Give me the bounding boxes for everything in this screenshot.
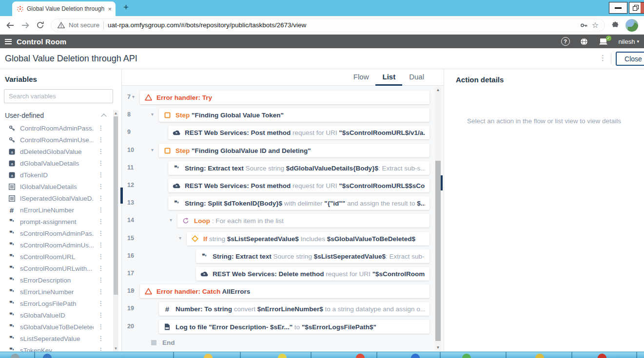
tab-list[interactable]: List [375, 69, 402, 86]
variable-menu-icon[interactable]: ⋮ [98, 277, 104, 283]
url-text[interactable]: uat-rpa.omfysgroup.com/#/bots/repository… [108, 21, 576, 29]
variable-item[interactable]: #nErrorLineNumber⋮ [0, 204, 121, 216]
variable-item[interactable]: adDeletedGlobalValue⋮ [0, 146, 121, 157]
variable-item[interactable]: ❞❜sErrorLineNumber⋮ [0, 286, 121, 298]
address-bar[interactable]: Not secure uat-rpa.omfysgroup.com/#/bots… [51, 19, 605, 32]
variable-item[interactable]: adTokenID⋮ [0, 169, 121, 181]
chevron-up-icon[interactable] [101, 113, 106, 119]
variable-item[interactable]: ❞❜sErrorDescription⋮ [0, 274, 121, 286]
variable-menu-icon[interactable]: ⋮ [98, 218, 104, 225]
action-card[interactable]: Step "Finding Global Value Token" [159, 108, 429, 122]
notes-app-icon[interactable] [278, 354, 287, 358]
variable-menu-icon[interactable]: ⋮ [98, 183, 104, 190]
variable-item[interactable]: ❞❜sGlobalValueToBeDeleted⋮ [0, 321, 121, 333]
action-card[interactable]: REST Web Services: Delete method request… [196, 267, 429, 281]
user-defined-section-header[interactable]: User-defined [5, 112, 106, 119]
variable-item[interactable]: ❞❜sControlRoomAdminUs...⋮ [0, 239, 121, 251]
new-tab-button[interactable]: + [123, 2, 129, 13]
variable-menu-icon[interactable]: ⋮ [98, 230, 104, 237]
scroll-up-icon[interactable]: ▲ [435, 88, 441, 92]
variable-menu-icon[interactable]: ⋮ [98, 265, 104, 272]
tab-flow[interactable]: Flow [347, 69, 376, 86]
browser-tab[interactable]: Global Value Deletion through AP × [12, 1, 116, 16]
action-card[interactable]: Log to file "Error Description- $sEr..."… [159, 320, 429, 334]
globe-icon[interactable] [580, 37, 588, 46]
refresh-icon[interactable] [36, 21, 44, 29]
variable-menu-icon[interactable]: ⋮ [98, 195, 104, 202]
tab-dual[interactable]: Dual [402, 69, 431, 86]
internet-explorer-icon[interactable] [11, 354, 20, 358]
collapse-chevron-icon[interactable]: ▾ [170, 217, 172, 223]
variable-item[interactable]: ControlRoomAdminUse...⋮ [0, 134, 121, 146]
list-scroll-thumb[interactable] [435, 161, 441, 341]
extension-puzzle-icon[interactable] [611, 21, 619, 29]
tab-close-icon[interactable]: × [108, 5, 112, 13]
action-card[interactable]: ❞❜String: Extract text Source string $sL… [196, 249, 429, 263]
action-card[interactable]: Step "Finding GlobalValue ID and Deletin… [159, 144, 429, 157]
variable-menu-icon[interactable]: ⋮ [98, 312, 104, 319]
variable-item[interactable]: lSeperatedGlobalValueD...⋮ [0, 192, 121, 204]
variable-menu-icon[interactable]: ⋮ [98, 125, 104, 132]
bookmark-star-icon[interactable]: ☆ [592, 20, 599, 30]
variable-menu-icon[interactable]: ⋮ [98, 253, 104, 260]
variable-item[interactable]: ❞❜sListSeperatedValue⋮ [0, 333, 121, 344]
variable-menu-icon[interactable]: ⋮ [98, 160, 104, 167]
variable-item[interactable]: ❞❜sControlRoomURLwith...⋮ [0, 263, 121, 274]
list-scrollbar[interactable]: ▲ ▼ [435, 87, 441, 351]
variable-menu-icon[interactable]: ⋮ [98, 300, 104, 307]
key-app-icon[interactable] [535, 354, 544, 358]
search-variables-input[interactable] [4, 89, 113, 103]
variable-menu-icon[interactable]: ⋮ [98, 148, 104, 155]
page-kebab-menu-icon[interactable]: ⋮ [599, 54, 606, 62]
start-menu-icon[interactable] [43, 354, 52, 358]
action-card[interactable]: Error handler: Catch AllErrors [140, 284, 429, 298]
variable-menu-icon[interactable]: ⋮ [98, 288, 104, 295]
variable-item[interactable]: ❞❜prompt-assignment⋮ [0, 216, 121, 227]
forward-icon[interactable] [21, 21, 30, 30]
variable-item[interactable]: adGlobalValueDetails⋮ [0, 157, 121, 169]
action-card[interactable]: #Number: To string convert $nErrorLineNu… [159, 302, 429, 316]
action-card[interactable]: REST Web Services: Post method request f… [168, 179, 429, 192]
collapse-chevron-icon[interactable]: ▾ [132, 288, 135, 293]
close-button[interactable]: Close [616, 52, 644, 66]
variable-menu-icon[interactable]: ⋮ [98, 323, 104, 330]
action-card[interactable]: REST Web Services: Post method request f… [168, 126, 429, 139]
windows-taskbar[interactable] [0, 352, 644, 358]
variable-item[interactable]: lGlobalValueDetails⋮ [0, 181, 121, 192]
collapse-chevron-icon[interactable]: ▾ [132, 94, 135, 99]
variable-menu-icon[interactable]: ⋮ [98, 207, 104, 213]
variable-item[interactable]: ❞❜sGlobalValueID⋮ [0, 309, 121, 321]
action-card[interactable]: ❞❜String: Split $dTokenID{Body}$ with de… [168, 196, 429, 210]
window-close-button[interactable] [641, 2, 644, 14]
variable-item[interactable]: ControlRoomAdminPass...⋮ [0, 122, 121, 134]
sidebar-scroll-thumb[interactable] [114, 116, 118, 295]
variable-item[interactable]: ❞❜sControlRoomURL⋮ [0, 251, 121, 263]
variable-item[interactable]: ❞❜sErrorLogsFilePath⋮ [0, 298, 121, 309]
collapse-chevron-icon[interactable]: ▾ [151, 112, 154, 117]
variable-item[interactable]: ❞❜sTokenKey⋮ [0, 344, 121, 352]
excel-icon[interactable] [598, 354, 606, 358]
user-menu[interactable]: nilesh ▾ [619, 38, 640, 45]
hamburger-menu-icon[interactable] [5, 38, 12, 45]
not-secure-warning-icon[interactable] [57, 22, 65, 28]
browser-profile-avatar[interactable] [625, 19, 638, 32]
variable-item[interactable]: ❞❜sControlRoomAdminPas...⋮ [0, 227, 121, 239]
help-icon[interactable]: ? [561, 37, 570, 46]
variable-menu-icon[interactable]: ⋮ [98, 171, 104, 178]
scroll-down-icon[interactable]: ▼ [435, 345, 441, 350]
password-key-icon[interactable] [580, 21, 588, 29]
collapse-chevron-icon[interactable]: ▾ [151, 147, 154, 152]
scroll-up-icon[interactable]: ▲ [113, 111, 118, 115]
outlook-icon[interactable] [411, 354, 420, 358]
variable-menu-icon[interactable]: ⋮ [98, 347, 104, 352]
back-icon[interactable] [6, 21, 15, 30]
variable-menu-icon[interactable]: ⋮ [98, 136, 104, 143]
folder-icon[interactable] [204, 354, 213, 358]
variable-menu-icon[interactable]: ⋮ [98, 335, 104, 342]
action-card[interactable]: ❞❜String: Extract text Source string $dG… [168, 161, 429, 175]
chrome-icon[interactable] [356, 354, 365, 358]
device-status-icon[interactable]: ✓ [598, 38, 608, 45]
action-card[interactable]: If string $sListSeperatedValue$ Includes… [187, 232, 429, 245]
window-minimize-button[interactable] [609, 2, 627, 14]
app-green-icon[interactable] [462, 354, 471, 358]
